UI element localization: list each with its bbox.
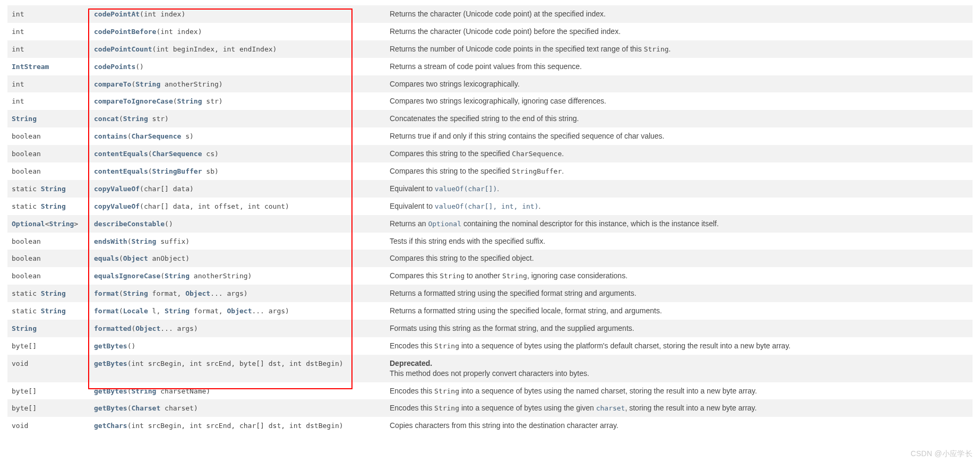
method-cell[interactable]: getChars(int srcBegin, int srcEnd, char[… [90,417,385,434]
table-row: byte[]getBytes()Encodes this String into… [7,337,973,355]
description-cell: Returns a formatted string using the spe… [385,302,973,320]
return-type-cell: boolean [7,267,90,285]
table-row: intcodePointBefore(int index)Returns the… [7,23,973,40]
method-cell[interactable]: concat(String str) [90,110,385,127]
table-row: voidgetChars(int srcBegin, int srcEnd, c… [7,417,973,434]
return-type-cell: void [7,355,90,382]
description-cell: Returns an Optional containing the nomin… [385,215,973,233]
method-cell[interactable]: getBytes(String charsetName) [90,382,385,400]
description-cell: Returns the character (Unicode code poin… [385,23,973,40]
table-row: booleanequals(Object anObject)Compares t… [7,250,973,267]
description-cell: Compares two strings lexicographically, … [385,92,973,110]
table-row: booleancontentEquals(StringBuffer sb)Com… [7,162,973,180]
table-row: static Stringformat(String format, Objec… [7,285,973,302]
method-cell[interactable]: format(String format, Object... args) [90,285,385,302]
return-type-cell: int [7,40,90,58]
method-cell[interactable]: format(Locale l, String format, Object..… [90,302,385,320]
description-cell: Returns the number of Unicode code point… [385,40,973,58]
description-cell: Encodes this String into a sequence of b… [385,399,973,417]
description-cell: Returns a stream of code point values fr… [385,58,973,75]
table-row: intcompareTo(String anotherString)Compar… [7,75,973,93]
method-cell[interactable]: getBytes(int srcBegin, int srcEnd, byte[… [90,355,385,382]
description-cell: Compares this string to the specified St… [385,162,973,180]
method-cell[interactable]: copyValueOf(char[] data, int offset, int… [90,198,385,215]
method-cell[interactable]: compareTo(String anotherString) [90,75,385,93]
method-cell[interactable]: formatted(Object... args) [90,320,385,337]
description-cell: Formats using this string as the format … [385,320,973,337]
method-cell[interactable]: codePointBefore(int index) [90,23,385,40]
description-cell: Compares this String to another String, … [385,267,973,285]
return-type-cell: int [7,23,90,40]
table-row: booleancontains(CharSequence s)Returns t… [7,127,973,145]
return-type-cell: IntStream [7,58,90,75]
method-cell[interactable]: contentEquals(StringBuffer sb) [90,162,385,180]
method-cell[interactable]: codePoints() [90,58,385,75]
description-cell: Equivalent to valueOf(char[]). [385,180,973,198]
return-type-cell: static String [7,198,90,215]
description-cell: Returns a formatted string using the spe… [385,285,973,302]
return-type-cell: boolean [7,233,90,250]
method-cell[interactable]: equals(Object anObject) [90,250,385,267]
method-cell[interactable]: endsWith(String suffix) [90,233,385,250]
return-type-cell: boolean [7,127,90,145]
table-row: booleancontentEquals(CharSequence cs)Com… [7,145,973,162]
description-cell: Concatenates the specified string to the… [385,110,973,127]
table-row: static StringcopyValueOf(char[] data, in… [7,198,973,215]
return-type-cell: boolean [7,250,90,267]
return-type-cell: String [7,320,90,337]
description-cell: Compares this string to the specified Ch… [385,145,973,162]
method-cell[interactable]: contentEquals(CharSequence cs) [90,145,385,162]
method-cell[interactable]: copyValueOf(char[] data) [90,180,385,198]
description-cell: Copies characters from this string into … [385,417,973,434]
table-row: Optional<String>describeConstable()Retur… [7,215,973,233]
method-summary-content: intcodePointAt(int index)Returns the cha… [0,0,980,434]
description-cell: Encodes this String into a sequence of b… [385,382,973,400]
method-cell[interactable]: describeConstable() [90,215,385,233]
table-row: Stringformatted(Object... args)Formats u… [7,320,973,337]
table-row: static StringcopyValueOf(char[] data)Equ… [7,180,973,198]
method-cell[interactable]: getBytes(Charset charset) [90,399,385,417]
return-type-cell: static String [7,285,90,302]
description-cell: Compares this string to the specified ob… [385,250,973,267]
description-cell: Compares two strings lexicographically. [385,75,973,93]
table-row: voidgetBytes(int srcBegin, int srcEnd, b… [7,355,973,382]
method-summary-table: intcodePointAt(int index)Returns the cha… [7,5,973,434]
return-type-cell: Optional<String> [7,215,90,233]
table-row: byte[]getBytes(Charset charset)Encodes t… [7,399,973,417]
return-type-cell: static String [7,180,90,198]
return-type-cell: int [7,75,90,93]
method-cell[interactable]: equalsIgnoreCase(String anotherString) [90,267,385,285]
method-cell[interactable]: getBytes() [90,337,385,355]
table-row: IntStreamcodePoints()Returns a stream of… [7,58,973,75]
table-row: booleanequalsIgnoreCase(String anotherSt… [7,267,973,285]
return-type-cell: String [7,110,90,127]
table-row: booleanendsWith(String suffix)Tests if t… [7,233,973,250]
table-row: intcodePointCount(int beginIndex, int en… [7,40,973,58]
description-cell: Returns true if and only if this string … [385,127,973,145]
table-row: static Stringformat(Locale l, String for… [7,302,973,320]
description-cell: Encodes this String into a sequence of b… [385,337,973,355]
return-type-cell: byte[] [7,399,90,417]
return-type-cell: byte[] [7,382,90,400]
table-row: intcodePointAt(int index)Returns the cha… [7,5,973,23]
return-type-cell: int [7,5,90,23]
description-cell: Returns the character (Unicode code poin… [385,5,973,23]
return-type-cell: boolean [7,145,90,162]
table-row: byte[]getBytes(String charsetName)Encode… [7,382,973,400]
return-type-cell: static String [7,302,90,320]
table-row: Stringconcat(String str)Concatenates the… [7,110,973,127]
return-type-cell: void [7,417,90,434]
return-type-cell: int [7,92,90,110]
method-cell[interactable]: contains(CharSequence s) [90,127,385,145]
method-cell[interactable]: compareToIgnoreCase(String str) [90,92,385,110]
method-cell[interactable]: codePointAt(int index) [90,5,385,23]
description-cell: Equivalent to valueOf(char[], int, int). [385,198,973,215]
description-cell: Deprecated.This method does not properly… [385,355,973,382]
method-cell[interactable]: codePointCount(int beginIndex, int endIn… [90,40,385,58]
return-type-cell: boolean [7,162,90,180]
return-type-cell: byte[] [7,337,90,355]
table-row: intcompareToIgnoreCase(String str)Compar… [7,92,973,110]
description-cell: Tests if this string ends with the speci… [385,233,973,250]
